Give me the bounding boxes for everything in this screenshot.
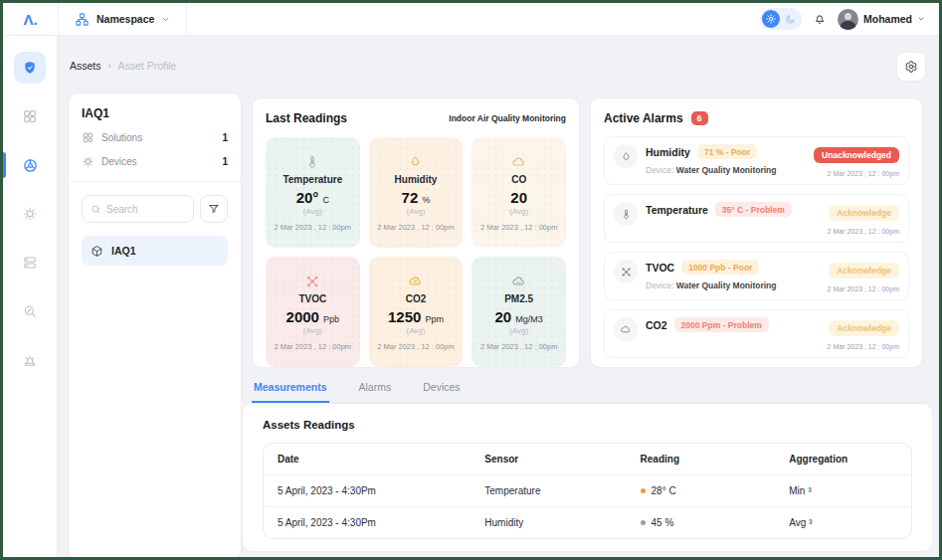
app-logo[interactable]: Λ. bbox=[3, 11, 58, 28]
reading-value: 20 Mg/M3 bbox=[494, 308, 542, 325]
left-nav-rail bbox=[3, 36, 58, 557]
breadcrumb-assets[interactable]: Assets bbox=[70, 60, 101, 72]
search-input[interactable] bbox=[106, 204, 185, 215]
app-window: Λ. Namespace bbox=[0, 0, 942, 560]
alarm-name: CO2 bbox=[646, 319, 667, 331]
alarm-device: Device: Water Quality Monitoring bbox=[646, 165, 806, 175]
readings-table: Date Sensor Reading Aggregation 5 April,… bbox=[264, 444, 911, 538]
sidebar-item-dashboard[interactable] bbox=[14, 100, 46, 132]
search-box[interactable] bbox=[82, 195, 194, 223]
tab-alarms[interactable]: Alarms bbox=[357, 378, 394, 402]
alarm-info: Temperature 35° C - Problem bbox=[646, 202, 820, 217]
cloud-icon bbox=[511, 273, 526, 289]
alarm-meta: Acknowledge 2 Mar 2023 , 12 : 00pm bbox=[828, 260, 899, 292]
table-row: 5 April, 2023 - 4:30Pm Humidity 45 % Avg… bbox=[264, 507, 911, 539]
tab-devices[interactable]: Devices bbox=[421, 378, 462, 402]
divider bbox=[69, 181, 241, 182]
avatar bbox=[838, 9, 858, 30]
reading-aggregation: (Avg) bbox=[303, 326, 322, 335]
sidebar-item-shield[interactable] bbox=[14, 52, 46, 84]
alarm-name: TVOC bbox=[646, 262, 674, 274]
acknowledge-button[interactable]: Acknowledge bbox=[829, 263, 899, 279]
theme-toggle[interactable] bbox=[760, 8, 802, 30]
alarm-meta: Acknowledge 2 Mar 2023 , 12 : 00pm bbox=[828, 317, 899, 350]
chevron-down-icon bbox=[917, 15, 925, 23]
thermometer-icon bbox=[305, 153, 319, 170]
unacknowledged-badge[interactable]: Unacknowledged bbox=[814, 147, 899, 163]
filter-button[interactable] bbox=[200, 195, 228, 223]
acknowledge-button[interactable]: Acknowledge bbox=[829, 205, 899, 221]
top-bar: Λ. Namespace bbox=[3, 3, 939, 36]
settings-button[interactable] bbox=[897, 53, 925, 81]
devices-count: 1 bbox=[222, 156, 228, 167]
reading-name: PM2.5 bbox=[504, 293, 533, 304]
user-menu[interactable]: Mohamed bbox=[838, 9, 925, 30]
thermometer-icon bbox=[614, 202, 638, 226]
devices-stat-row: Devices 1 bbox=[82, 155, 228, 168]
reading-timestamp: 2 Mar 2023 , 12 : 00pm bbox=[377, 223, 455, 232]
last-readings-header: Last Readings Indoor Air Quality Monitor… bbox=[266, 111, 566, 125]
solutions-count: 1 bbox=[222, 132, 228, 143]
dark-mode-moon-icon[interactable] bbox=[782, 10, 800, 28]
cards-list-icon bbox=[22, 255, 38, 271]
reading-aggregation: (Avg) bbox=[303, 207, 322, 216]
alarm-name: Humidity bbox=[646, 146, 690, 158]
namespace-selector[interactable]: Namespace bbox=[58, 3, 187, 35]
alarm-row-humidity: Humidity 71 % - Poor Device: Water Quali… bbox=[604, 136, 909, 185]
cube-icon bbox=[91, 245, 103, 258]
reading-card-temperature: Temperature 20° C (Avg) 2 Mar 2023 , 12 … bbox=[266, 137, 360, 248]
cell-reading: 45 % bbox=[627, 507, 776, 539]
reading-value: 2000 Ppb bbox=[286, 308, 340, 325]
reading-name: CO2 bbox=[406, 293, 427, 304]
cell-date: 5 April, 2023 - 4:30Pm bbox=[264, 507, 471, 539]
alarm-timestamp: 2 Mar 2023 , 12 : 00pm bbox=[828, 343, 899, 350]
acknowledge-button[interactable]: Acknowledge bbox=[829, 320, 899, 336]
search-analytics-icon bbox=[22, 303, 38, 319]
alarm-meta: Acknowledge 2 Mar 2023 , 12 : 00pm bbox=[828, 202, 899, 235]
top-bar-right: Mohamed bbox=[760, 8, 939, 30]
droplet-icon bbox=[409, 153, 422, 170]
column-header-sensor: Sensor bbox=[471, 444, 626, 475]
alarm-timestamp: 2 Mar 2023 , 12 : 00pm bbox=[814, 170, 899, 177]
app-logo-glyph: Λ. bbox=[23, 11, 37, 28]
gear-icon bbox=[904, 60, 918, 74]
cell-sensor: Humidity bbox=[471, 507, 626, 539]
molecule-icon bbox=[305, 273, 319, 289]
alarm-row-temperature: Temperature 35° C - Problem Acknowledge … bbox=[604, 194, 909, 243]
sidebar-item-alarms[interactable] bbox=[14, 344, 46, 376]
reading-card-tvoc: TVOC 2000 Ppb (Avg) 2 Mar 2023 , 12 : 00… bbox=[266, 257, 360, 367]
notifications-bell-icon[interactable] bbox=[813, 12, 827, 26]
sidebar-item-devices[interactable] bbox=[14, 198, 46, 230]
asset-search-row bbox=[82, 195, 228, 223]
alarm-list: Humidity 71 % - Poor Device: Water Quali… bbox=[604, 136, 909, 368]
shield-icon bbox=[22, 60, 38, 76]
sidebar-item-monitoring[interactable] bbox=[14, 295, 46, 327]
filter-funnel-icon bbox=[208, 203, 220, 215]
alarm-status-badge: 35° C - Problem bbox=[715, 202, 792, 217]
tab-measurements[interactable]: Measurements bbox=[252, 378, 329, 403]
reading-name: TVOC bbox=[298, 293, 326, 304]
reading-card-co: CO 20 (Avg) 2 Mar 2023 , 12 : 00pm bbox=[471, 137, 566, 248]
asset-tree-item-iaq1[interactable]: IAQ1 bbox=[82, 236, 228, 266]
sidebar-item-solutions[interactable] bbox=[14, 247, 46, 279]
cloud-icon bbox=[614, 317, 638, 341]
solutions-label: Solutions bbox=[101, 132, 142, 143]
last-readings-title: Last Readings bbox=[266, 111, 347, 125]
siren-alarm-icon bbox=[22, 352, 38, 368]
table-header-row: Date Sensor Reading Aggregation bbox=[264, 444, 911, 475]
cell-sensor: Temperature bbox=[471, 475, 626, 507]
alarm-status-badge: 71 % - Poor bbox=[697, 144, 757, 159]
namespace-icon bbox=[75, 12, 90, 27]
alarm-row-pm25: PM2.5 100 Mg/M3 - Problem Unacknowledged bbox=[604, 367, 909, 368]
alarm-info: TVOC 1000 Ppb - Poor Device: Water Quali… bbox=[646, 260, 820, 290]
detail-tabs: Measurements Alarms Devices bbox=[252, 378, 926, 403]
reading-aggregation: (Avg) bbox=[509, 207, 528, 216]
reading-timestamp: 2 Mar 2023 , 12 : 00pm bbox=[480, 223, 558, 232]
cell-reading: 28° C bbox=[627, 475, 776, 507]
dashboard-grid-icon bbox=[22, 108, 38, 124]
light-mode-sun-icon[interactable] bbox=[762, 10, 780, 28]
sidebar-item-assets[interactable] bbox=[14, 149, 46, 181]
solutions-stat-row: Solutions 1 bbox=[82, 131, 228, 144]
molecule-icon bbox=[614, 260, 638, 283]
cell-date: 5 April, 2023 - 4:30Pm bbox=[264, 475, 471, 507]
